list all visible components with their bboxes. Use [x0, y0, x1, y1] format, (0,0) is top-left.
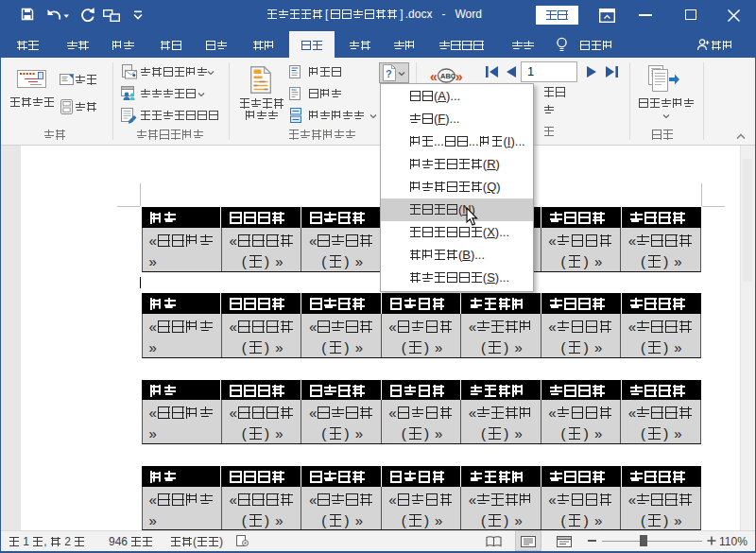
svg-text:?: ?	[386, 68, 392, 79]
svg-text:»: »	[455, 69, 463, 84]
svg-text:«: «	[430, 69, 438, 84]
svg-text:ABC: ABC	[440, 72, 456, 80]
